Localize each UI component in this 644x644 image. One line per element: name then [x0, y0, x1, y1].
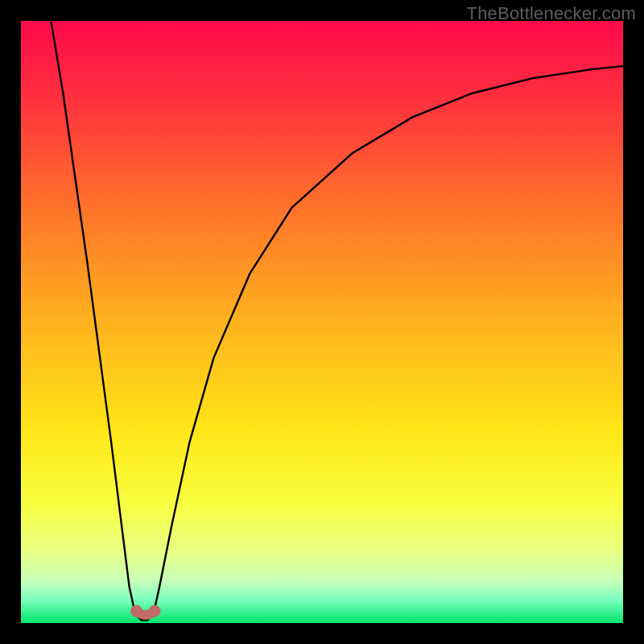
chart-frame: TheBottlenecker.com: [0, 0, 644, 644]
valley-marker-0: [131, 605, 142, 617]
watermark-text: TheBottlenecker.com: [467, 3, 636, 24]
curve-layer: [21, 21, 623, 623]
valley-marker-1: [149, 605, 160, 617]
valley-markers: [131, 605, 160, 617]
plot-area: [21, 21, 623, 623]
bottleneck-curve: [51, 21, 623, 620]
